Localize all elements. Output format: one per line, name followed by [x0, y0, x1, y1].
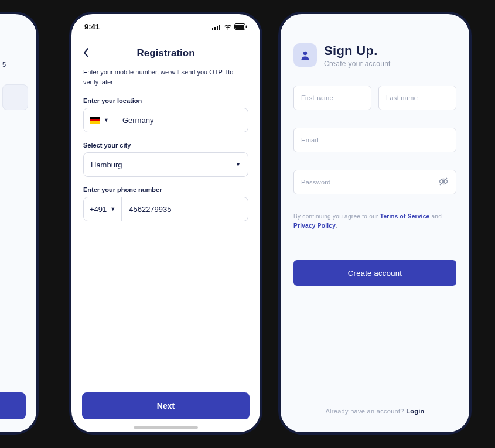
last-name-field[interactable]: Last name: [378, 86, 456, 110]
signup-subtitle: Create your account: [324, 60, 391, 68]
city-value: Hamburg: [91, 160, 122, 169]
back-button[interactable]: [83, 47, 89, 60]
otp-digit-box[interactable]: [2, 84, 28, 110]
signup-header: Sign Up. Create your account: [281, 14, 469, 75]
phone-input[interactable]: +491 ▼ 4562279935: [83, 197, 248, 221]
chevron-left-icon: [83, 48, 89, 57]
svg-point-7: [303, 52, 307, 55]
phone-registration: 9:41 Registration Enter your mobile numb…: [69, 12, 262, 435]
avatar-icon-box: [293, 43, 317, 67]
location-label: Enter your location: [83, 97, 248, 104]
page-subtitle: Enter your mobile number, we will send y…: [71, 65, 260, 95]
svg-rect-5: [235, 25, 244, 29]
next-button[interactable]: Next: [82, 392, 250, 419]
create-account-button[interactable]: Create account: [293, 260, 456, 286]
signup-form: First name Last name Email Password: [281, 75, 469, 194]
password-placeholder: Password: [301, 179, 331, 186]
city-label: Select your city: [83, 142, 248, 149]
svg-rect-2: [217, 26, 218, 30]
phone-prefix-dropdown[interactable]: +491 ▼: [84, 197, 122, 221]
create-account-label: Create account: [348, 269, 402, 278]
terms-of-service-link[interactable]: Terms of Service: [380, 213, 430, 220]
status-icons: [212, 23, 247, 30]
wifi-icon: [224, 24, 232, 30]
page-title: Registration: [83, 47, 248, 59]
signup-title: Sign Up.: [324, 43, 391, 59]
phone-partial-left: 5: [0, 12, 39, 435]
country-flag-dropdown[interactable]: ▼: [84, 108, 115, 132]
partial-text: 5: [2, 61, 6, 68]
battery-icon: [234, 23, 247, 30]
partial-next-button[interactable]: [0, 392, 26, 419]
terms-mid: and: [429, 213, 442, 220]
first-name-field[interactable]: First name: [293, 86, 371, 110]
chevron-down-icon: ▼: [235, 162, 241, 167]
svg-rect-0: [212, 28, 213, 30]
privacy-policy-link[interactable]: Privacy Policy: [293, 223, 336, 229]
svg-rect-6: [246, 26, 247, 28]
phone-prefix: +491: [90, 205, 107, 214]
chevron-down-icon: ▼: [110, 206, 115, 212]
first-name-placeholder: First name: [301, 94, 333, 101]
have-account-text: Already have an account?: [325, 408, 406, 415]
status-bar: 9:41: [71, 14, 260, 33]
location-input[interactable]: ▼ Germany: [83, 108, 248, 132]
phone-signup: Sign Up. Create your account First name …: [278, 12, 472, 435]
location-value[interactable]: Germany: [115, 116, 248, 125]
flag-germany-icon: [90, 117, 100, 124]
home-indicator: [134, 426, 198, 429]
next-button-label: Next: [157, 401, 175, 411]
location-field-group: Enter your location ▼ Germany: [71, 95, 260, 139]
login-row: Already have an account? Login: [281, 408, 469, 415]
svg-rect-3: [219, 25, 220, 30]
email-field[interactable]: Email: [293, 128, 456, 152]
terms-end: .: [336, 223, 337, 229]
phone-value[interactable]: 4562279935: [122, 205, 248, 214]
terms-text: By continuing you agree to our Terms of …: [281, 212, 469, 231]
eye-off-icon[interactable]: [438, 176, 449, 188]
phone-field-group: Enter your phone number +491 ▼ 456227993…: [71, 184, 260, 228]
status-time: 9:41: [84, 22, 100, 31]
person-icon: [300, 50, 310, 60]
terms-pre: By continuing you agree to our: [293, 213, 380, 220]
header: Registration: [71, 33, 260, 65]
city-field-group: Select your city Hamburg ▼: [71, 139, 260, 184]
login-link[interactable]: Login: [406, 408, 424, 415]
city-select[interactable]: Hamburg ▼: [83, 152, 248, 177]
last-name-placeholder: Last name: [386, 94, 418, 101]
password-field[interactable]: Password: [293, 170, 456, 194]
chevron-down-icon: ▼: [104, 117, 109, 123]
svg-rect-1: [214, 27, 216, 30]
signal-icon: [212, 24, 221, 30]
phone-label: Enter your phone number: [83, 186, 248, 193]
email-placeholder: Email: [301, 136, 318, 143]
